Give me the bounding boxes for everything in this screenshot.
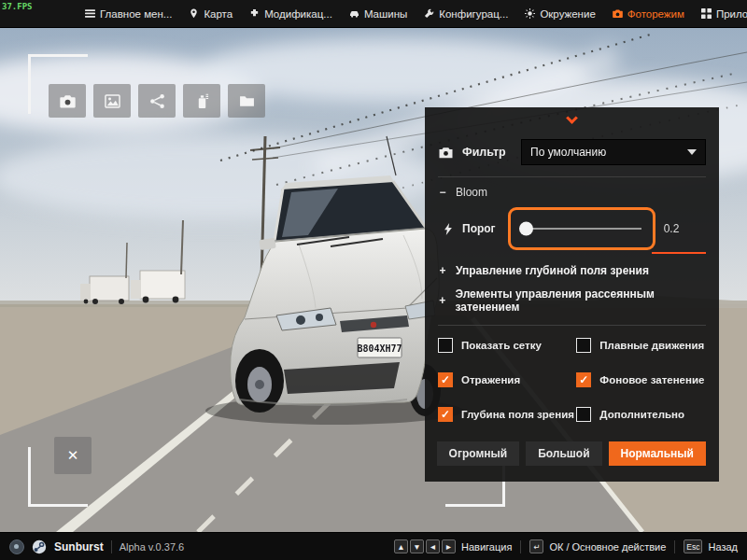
menu-item-label: Карта <box>204 8 233 20</box>
checkbox-icon <box>438 372 453 387</box>
key-badges: ↵ <box>529 539 543 553</box>
section-label: Элементы управления рассеянным затенение… <box>455 287 706 314</box>
threshold-slider-row: Порог 0.2 <box>438 206 706 251</box>
gallery-button[interactable] <box>93 84 131 118</box>
menu-item-label: Главное мен... <box>100 8 172 20</box>
section-depth-of-field[interactable]: + Управление глубиной поля зрения <box>438 264 706 277</box>
chevron-down-icon <box>566 112 578 124</box>
camera-icon <box>60 93 76 109</box>
menu-item-config[interactable]: Конфигурац... <box>416 0 516 27</box>
size-button-large[interactable]: Большой <box>526 441 601 466</box>
lightning-icon <box>444 223 453 235</box>
menu-item-label: Фоторежим <box>627 8 684 20</box>
main-menu-icon <box>85 8 95 19</box>
checkbox-smooth-motion[interactable]: Плавные движения <box>576 338 706 353</box>
divider <box>438 325 706 326</box>
share-icon <box>149 93 165 109</box>
menu-item-label: Окружение <box>540 8 595 20</box>
key-enter: ↵ <box>529 539 543 553</box>
checkbox-additional[interactable]: Дополнительно <box>576 407 706 422</box>
info-icon <box>9 539 24 554</box>
main-menu-nav: Главное мен... Карта Модификац... Машины… <box>77 0 747 27</box>
slider-track[interactable] <box>522 228 641 230</box>
menu-item-label: Конфигурац... <box>439 8 508 20</box>
checkbox-label: Глубина поля зрения <box>461 409 574 420</box>
divider <box>111 540 112 553</box>
expand-plus-icon: + <box>438 264 447 277</box>
section-ambient-occlusion[interactable]: + Элементы управления рассеянным затенен… <box>438 287 706 314</box>
top-menu-bar: 37.FPS Главное мен... Карта Модификац...… <box>0 0 747 28</box>
paint-button[interactable] <box>183 84 220 118</box>
hint-label: Назад <box>708 541 738 553</box>
section-label: Bloom <box>456 186 487 199</box>
fps-counter: 37.FPS <box>2 2 33 11</box>
filter-dropdown[interactable]: По умолчанию <box>521 139 706 165</box>
filter-row: Фильтр По умолчанию <box>438 139 706 165</box>
photomode-settings-panel: Фильтр По умолчанию − Bloom Порог 0.2 <box>425 107 719 482</box>
share-button[interactable] <box>138 84 176 118</box>
section-label: Управление глубиной поля зрения <box>456 264 649 277</box>
config-icon <box>424 8 434 19</box>
menu-item-label: Модификац... <box>264 8 332 20</box>
folder-icon <box>239 93 255 109</box>
checkbox-label: Показать сетку <box>461 340 542 351</box>
version-label: Alpha v.0.37.6 <box>120 541 185 553</box>
checkbox-label: Плавные движения <box>599 340 704 351</box>
menu-item-main-menu[interactable]: Главное мен... <box>77 0 180 27</box>
divider <box>520 540 521 553</box>
checkbox-label: Отражения <box>461 374 520 385</box>
filter-selected-value: По умолчанию <box>530 146 606 159</box>
menu-item-label: Машины <box>364 8 407 20</box>
checkbox-icon <box>576 407 591 422</box>
key-escape: Esc <box>684 539 702 553</box>
key-right: ► <box>442 539 456 553</box>
key-down: ▼ <box>410 539 424 553</box>
divider <box>438 176 706 177</box>
vehicles-icon <box>349 8 359 19</box>
paint-icon <box>194 93 210 109</box>
menu-item-vehicles[interactable]: Машины <box>341 0 416 27</box>
folder-button[interactable] <box>228 84 265 118</box>
hint-ok: ↵ ОК / Основное действие <box>529 539 666 553</box>
menu-item-apps[interactable]: Приложени... <box>693 0 747 27</box>
menu-item-map[interactable]: Карта <box>180 0 241 27</box>
threshold-label: Порог <box>462 222 496 235</box>
input-hints: ▲ ▼ ◄ ► Навигация ↵ ОК / Основное действ… <box>394 539 738 553</box>
game-viewport: В804ХН77 ✕ <box>0 28 747 532</box>
expand-plus-icon: + <box>438 294 446 307</box>
mods-icon <box>249 8 260 19</box>
size-button-normal[interactable]: Нормальный <box>609 441 706 466</box>
checkbox-icon <box>576 338 591 353</box>
key-up: ▲ <box>394 539 408 553</box>
close-photomode-button[interactable]: ✕ <box>54 437 92 474</box>
checkbox-reflections[interactable]: Отражения <box>438 372 576 387</box>
size-buttons-row: Огромный Большой Нормальный <box>438 441 706 466</box>
hint-label: ОК / Основное действие <box>549 541 666 553</box>
hint-back: Esc Назад <box>684 539 738 553</box>
checkbox-label: Фоновое затенение <box>599 374 704 385</box>
checkbox-show-grid[interactable]: Показать сетку <box>438 338 576 353</box>
menu-item-photomode[interactable]: Фоторежим <box>604 0 693 27</box>
panel-collapse-control[interactable] <box>438 112 706 129</box>
license-plate: В804ХН77 <box>357 343 402 354</box>
checkbox-ambient-occlusion[interactable]: Фоновое затенение <box>576 372 706 387</box>
snapshot-button[interactable] <box>49 84 86 118</box>
options-grid: Показать сетку Плавные движения Отражени… <box>438 338 706 422</box>
photo-toolbar <box>49 84 265 118</box>
apps-icon <box>701 8 712 19</box>
hint-navigation: ▲ ▼ ◄ ► Навигация <box>394 539 512 553</box>
menu-item-environment[interactable]: Окружение <box>516 0 603 27</box>
key-left: ◄ <box>426 539 440 553</box>
badge-emblem <box>371 322 376 328</box>
image-icon <box>105 93 120 109</box>
checkbox-depth-of-field[interactable]: Глубина поля зрения <box>438 407 576 422</box>
threshold-slider[interactable] <box>508 207 655 250</box>
checkbox-icon <box>438 407 453 422</box>
section-bloom[interactable]: − Bloom <box>438 186 706 199</box>
photomode-icon <box>613 8 623 19</box>
filter-camera-icon <box>438 147 454 159</box>
menu-item-mods[interactable]: Модификац... <box>241 0 341 27</box>
size-button-huge[interactable]: Огромный <box>437 441 520 466</box>
divider <box>674 540 675 553</box>
slider-handle[interactable] <box>519 222 533 236</box>
